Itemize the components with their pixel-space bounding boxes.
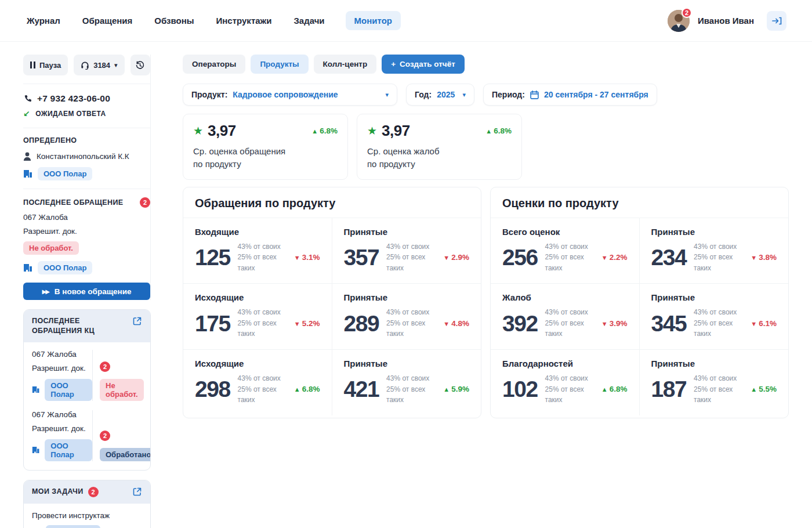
logout-button[interactable]: [767, 11, 786, 31]
task-title: Провести инструктаж: [32, 511, 142, 520]
top-navbar: Журнал Обращения Обзвоны Инструктажи Зад…: [0, 0, 812, 42]
stat-trend: 6.8%: [601, 385, 628, 393]
stat-cell: Принятые 289 43% от своих25% от всех так…: [332, 283, 481, 349]
score-trend: 6.8%: [311, 126, 338, 135]
product-filter[interactable]: Продукт: Кадровое сопровождение ▾: [183, 84, 397, 106]
stat-trend: 6.1%: [751, 319, 777, 328]
request-doc: Разрешит. док.: [23, 227, 150, 236]
nav-item-requests[interactable]: Обращения: [81, 11, 133, 30]
stat-cell: Благодарностей 102 43% от своих25% от вс…: [491, 349, 640, 415]
avg-complaint-score-card: ★ 3,97 6.8% Ср. оценка жалоб по продукту: [357, 114, 522, 180]
caller-phone-number: +7 932 423-06-00: [37, 93, 110, 104]
history-icon: [135, 60, 145, 70]
company-link[interactable]: ООО Полар: [46, 525, 100, 528]
company-link[interactable]: ООО Полар: [38, 167, 92, 180]
person-icon: [23, 152, 31, 161]
my-tasks-badge: 2: [88, 487, 99, 497]
plus-icon: +: [391, 60, 396, 68]
my-tasks-title: МОИ ЗАДАЧИ: [32, 487, 84, 497]
stat-cell: Принятые 345 43% от своих25% от всех так…: [640, 283, 789, 349]
pause-icon: [30, 62, 35, 68]
company-link[interactable]: ООО Полар: [45, 379, 92, 401]
calendar-icon: [530, 91, 539, 99]
requests-by-product-panel: Обращения по продукту Входящие 125 43% о…: [183, 187, 481, 418]
stat-cell: Принятые 421 43% от своих25% от всех так…: [332, 349, 481, 415]
chevron-down-icon: ▾: [114, 62, 118, 68]
tab-products[interactable]: Продукты: [251, 55, 308, 74]
stat-cell: Принятые 234 43% от своих25% от всех так…: [640, 218, 789, 284]
pause-label: Пауза: [39, 61, 61, 70]
unread-badge: 2: [100, 431, 110, 441]
request-code: 067 Жалоба: [32, 350, 92, 359]
building-icon: [32, 385, 39, 394]
stat-trend: 5.5%: [751, 385, 777, 393]
extension-selector[interactable]: 3184 ▾: [74, 55, 124, 75]
call-history-button[interactable]: [130, 55, 150, 75]
stat-trend: 3.8%: [751, 253, 777, 262]
report-tabs: Операторы Продукты Колл-центр + Создать …: [183, 55, 789, 74]
identified-section: ОПРЕДЕЛЕНО Константинопольский К.К ООО П…: [23, 136, 150, 180]
nav-item-monitor[interactable]: Монитор: [346, 11, 401, 30]
year-filter-label: Год:: [415, 90, 432, 99]
period-filter[interactable]: Период: 20 сентября - 27 сентября: [483, 84, 657, 106]
scores-by-product-panel: Оценки по продукту Всего оценок 256 43% …: [490, 187, 789, 418]
building-icon: [32, 446, 39, 454]
year-filter-value: 2025: [437, 90, 455, 99]
my-tasks-card: МОИ ЗАДАЧИ 2 Провести инструктаж: [23, 480, 151, 528]
last-request-section: ПОСЛЕДНЕЕ ОБРАЩЕНИЕ 2 067 Жалоба Разреши…: [23, 197, 150, 300]
divider: [23, 84, 150, 84]
divider: [23, 189, 150, 189]
nav-item-journal[interactable]: Журнал: [26, 11, 61, 30]
stat-cell: Принятые 357 43% от своих25% от всех так…: [332, 218, 481, 284]
main-nav: Журнал Обращения Обзвоны Инструктажи Зад…: [26, 11, 401, 30]
call-status: ОЖИДАЕМ ОТВЕТА: [35, 110, 106, 118]
score-value: 3,97: [208, 122, 236, 140]
stat-trend: 5.9%: [443, 385, 469, 393]
create-report-button[interactable]: + Создать отчёт: [382, 55, 465, 74]
company-link[interactable]: ООО Полар: [45, 439, 92, 461]
extension-number: 3184: [93, 61, 110, 70]
stat-cell: Входящие 125 43% от своих25% от всех так…: [183, 218, 332, 284]
stat-trend: 2.9%: [443, 253, 469, 262]
period-filter-value: 20 сентября - 27 сентября: [544, 90, 648, 99]
unread-badge: 2: [100, 361, 110, 372]
headset-icon: [81, 61, 89, 70]
call-controls: Пауза 3184 ▾: [23, 55, 150, 75]
nav-item-briefings[interactable]: Инструктажи: [215, 11, 273, 30]
year-filter[interactable]: Год: 2025 ▾: [406, 84, 474, 106]
pause-button[interactable]: Пауза: [23, 55, 68, 75]
tab-call-center[interactable]: Колл-центр: [314, 55, 377, 74]
open-my-tasks-button[interactable]: [132, 487, 142, 497]
to-new-request-label: В новое обращение: [55, 287, 132, 296]
user-area: 2 Иванов Иван: [668, 10, 786, 32]
stat-cell: Жалоб 392 43% от своих25% от всех таких …: [491, 283, 640, 349]
stat-cell: Исходящие 175 43% от своих25% от всех та…: [183, 283, 332, 349]
to-new-request-button[interactable]: ▶▶ В новое обращение: [23, 283, 150, 300]
logout-icon: [772, 16, 782, 26]
divider: [23, 128, 150, 128]
score-label: Ср. оценка обращения по продукту: [193, 145, 338, 171]
status-badge: Не обработ.: [23, 241, 79, 255]
product-filter-value: Кадровое сопровождение: [233, 90, 338, 99]
filters: Продукт: Кадровое сопровождение ▾ Год: 2…: [183, 84, 789, 106]
last-request-badge: 2: [140, 197, 150, 208]
list-item: Провести инструктаж ООО Полар: [32, 511, 142, 528]
list-item: 067 Жалоба Разрешит. док. ООО Полар 2: [32, 410, 142, 461]
company-link[interactable]: ООО Полар: [38, 261, 92, 274]
sidebar: Пауза 3184 ▾: [23, 55, 151, 528]
open-kc-requests-button[interactable]: [132, 316, 142, 326]
main-content: Операторы Продукты Колл-центр + Создать …: [183, 55, 789, 418]
status-badge: Обработано: [100, 448, 151, 461]
kc-requests-card: ПОСЛЕДНЕЕ ОБРАЩЕНИЯ КЦ 067 Жалоба Разреш…: [23, 309, 151, 471]
nav-item-callouts[interactable]: Обзвоны: [153, 11, 195, 30]
chevron-down-icon: ▾: [385, 92, 389, 98]
avatar[interactable]: 2: [668, 10, 690, 32]
stat-trend: 6.8%: [294, 385, 320, 393]
avg-request-score-card: ★ 3,97 6.8% Ср. оценка обращения по прод…: [183, 114, 348, 180]
status-badge: Не обработ.: [100, 379, 144, 401]
nav-item-tasks[interactable]: Задачи: [292, 11, 325, 30]
tab-operators[interactable]: Операторы: [183, 55, 245, 74]
score-trend: 6.8%: [485, 126, 512, 135]
create-report-label: Создать отчёт: [400, 60, 455, 68]
chevron-down-icon: ▾: [462, 92, 466, 98]
